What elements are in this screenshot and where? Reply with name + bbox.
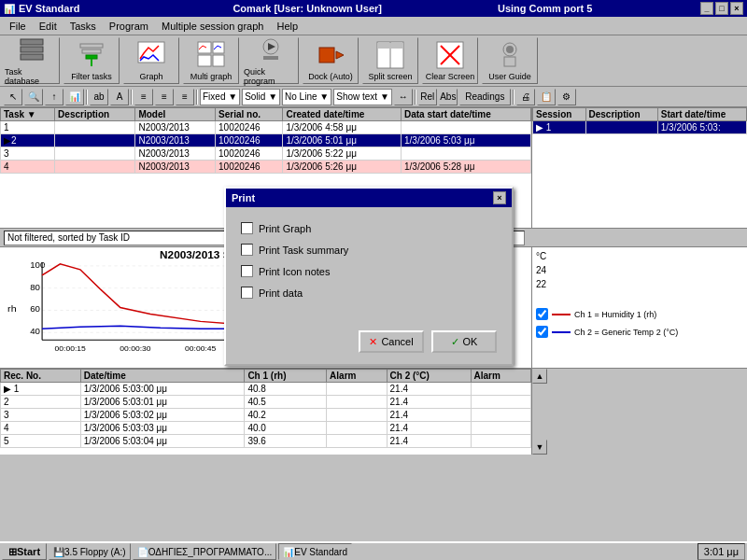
print-data-label: Print data [259,287,303,299]
print-task-summary-label: Print Task summary [259,245,348,256]
print-data-row: Print data [241,287,497,299]
cancel-label: Cancel [381,336,413,347]
print-task-summary-checkbox[interactable] [241,244,253,256]
print-graph-row: Print Graph [241,222,497,234]
cancel-button[interactable]: ✕ Cancel [359,330,424,353]
ok-icon: ✓ [451,336,459,348]
print-graph-label: Print Graph [259,223,311,234]
print-data-checkbox[interactable] [241,287,253,299]
dialog-buttons: ✕ Cancel ✓ OK [226,323,512,364]
cancel-icon: ✕ [369,336,377,348]
dialog-close-button[interactable]: × [493,191,506,204]
print-graph-checkbox[interactable] [241,222,253,234]
dialog-body: Print Graph Print Task summary Print Ico… [226,207,512,323]
print-icon-notes-label: Print Icon notes [259,266,330,277]
print-task-summary-row: Print Task summary [241,244,497,256]
ok-label: OK [463,336,478,347]
print-icon-notes-checkbox[interactable] [241,265,253,277]
dialog-overlay: Print × Print Graph Print Task summary P… [0,0,747,560]
print-dialog: Print × Print Graph Print Task summary P… [224,187,514,366]
dialog-title-text: Print [232,192,255,203]
ok-button[interactable]: ✓ OK [431,330,497,353]
print-icon-notes-row: Print Icon notes [241,265,497,277]
dialog-title: Print × [226,189,512,207]
